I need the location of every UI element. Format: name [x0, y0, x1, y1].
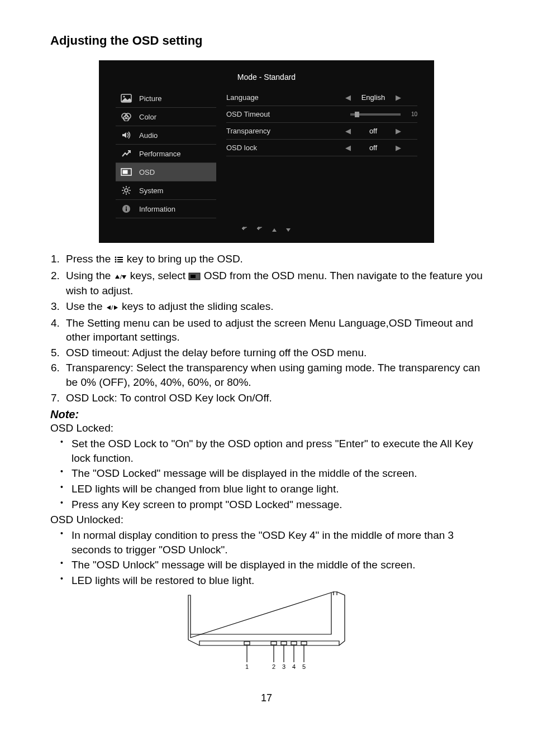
list-item: LED lights will be restored to blue ligh…	[63, 573, 483, 588]
osd-row-timeout[interactable]: OSD Timeout 10	[226, 106, 417, 123]
svg-text:/: /	[111, 304, 113, 311]
svg-rect-27	[191, 275, 196, 278]
sidebar-item-system[interactable]: System	[116, 181, 216, 200]
timeout-slider[interactable]	[350, 113, 401, 116]
svg-rect-6	[123, 170, 127, 174]
step-7: OSD Lock: To control OSD Key lock On/Off…	[63, 391, 483, 405]
osd-sidebar: Picture Color Audio Perfor	[116, 89, 216, 218]
enter-icon	[256, 226, 264, 233]
slider-knob[interactable]	[355, 112, 359, 117]
osd-setting-value: English	[354, 93, 393, 102]
svg-point-19	[115, 257, 116, 259]
left-arrow-icon[interactable]: ◀	[342, 127, 354, 135]
svg-rect-33	[301, 642, 307, 645]
list-item: The "OSD Unlock" message will be display…	[63, 558, 483, 572]
page-number: 17	[50, 692, 483, 704]
step-4: The Setting menu can be used to adjust t…	[63, 316, 483, 344]
step-5: OSD timeout: Adjust the delay before tur…	[63, 346, 483, 360]
osd-locked-heading: OSD Locked:	[50, 421, 483, 436]
list-item: Press any Key screen to prompt "OSD Lock…	[63, 497, 483, 512]
osd-setting-label: Transparency	[226, 127, 316, 135]
color-icon	[119, 112, 134, 122]
note-heading: Note:	[50, 408, 483, 421]
performance-icon	[119, 149, 134, 159]
osd-unlocked-list: In normal display condition to press the…	[63, 528, 483, 588]
svg-rect-18	[126, 207, 127, 208]
svg-point-1	[123, 96, 125, 98]
button-label: 5	[302, 663, 306, 670]
button-label: 2	[272, 663, 275, 670]
svg-line-12	[123, 187, 124, 188]
down-icon	[285, 227, 292, 233]
sidebar-item-information[interactable]: Information	[116, 200, 216, 218]
sidebar-label: Picture	[139, 94, 161, 103]
osd-title: Mode - Standard	[99, 60, 434, 89]
audio-icon	[119, 130, 134, 140]
sidebar-item-color[interactable]: Color	[116, 108, 216, 126]
osd-row-transparency[interactable]: Transparency ◀ off ▶	[226, 123, 417, 140]
osd-setting-label: OSD Timeout	[226, 110, 316, 118]
osd-right-value: 10	[404, 111, 417, 117]
svg-rect-32	[291, 642, 297, 645]
sidebar-item-performance[interactable]: Performance	[116, 145, 216, 163]
list-item: In normal display condition to press the…	[63, 528, 483, 557]
left-arrow-icon[interactable]: ◀	[342, 143, 354, 152]
sidebar-item-audio[interactable]: Audio	[116, 126, 216, 145]
page-heading: Adjusting the OSD setting	[50, 34, 483, 48]
information-icon	[119, 204, 134, 214]
svg-point-23	[115, 261, 116, 263]
svg-line-13	[129, 193, 130, 194]
right-arrow-icon[interactable]: ▶	[393, 93, 404, 102]
button-label: 4	[292, 663, 296, 670]
sidebar-label: Performance	[139, 150, 180, 158]
step-2: Using the / keys, select OSD from the OS…	[63, 269, 483, 298]
step-3: Use the / keys to adjust the sliding sca…	[63, 299, 483, 315]
system-icon	[119, 185, 134, 195]
list-item: Set the OSD Lock to "On" by the OSD opti…	[63, 437, 483, 465]
sidebar-label: Audio	[139, 131, 158, 140]
right-arrow-icon[interactable]: ▶	[393, 127, 404, 135]
osd-setting-label: OSD lock	[226, 143, 316, 152]
osd-locked-list: Set the OSD Lock to "On" by the OSD opti…	[63, 437, 483, 511]
up-icon	[271, 227, 278, 233]
left-right-keys-icon: /	[106, 300, 119, 315]
back-icon	[241, 226, 249, 233]
svg-line-15	[129, 187, 130, 188]
osd-setting-label: Language	[226, 93, 316, 102]
osd-setting-value: off	[354, 143, 393, 152]
svg-point-7	[125, 189, 128, 192]
osd-setting-value: off	[354, 127, 393, 135]
sidebar-label: Information	[139, 205, 175, 213]
osd-select-icon	[188, 270, 201, 284]
osd-unlocked-heading: OSD Unlocked:	[50, 513, 483, 527]
sidebar-item-picture[interactable]: Picture	[116, 89, 216, 108]
list-item: The "OSD Locked" message will be display…	[63, 466, 483, 481]
osd-icon	[119, 167, 134, 177]
osd-row-language[interactable]: Language ◀ English ▶	[226, 89, 417, 106]
osd-settings: Language ◀ English ▶ OSD Timeout 10 Tran…	[216, 89, 417, 218]
button-label: 3	[282, 663, 285, 670]
svg-rect-30	[271, 642, 277, 645]
svg-text:/: /	[120, 274, 122, 280]
svg-line-14	[123, 193, 124, 194]
osd-panel: Mode - Standard Picture Color	[99, 60, 434, 243]
osd-row-osdlock[interactable]: OSD lock ◀ off ▶	[226, 140, 417, 156]
svg-rect-31	[281, 642, 287, 645]
list-item: LED lights will be changed from blue lig…	[63, 482, 483, 496]
monitor-diagram: 1 2 3 4 5	[50, 590, 483, 681]
step-1: Press the key to bring up the OSD.	[63, 252, 483, 267]
svg-rect-29	[244, 642, 250, 645]
sidebar-label: System	[139, 186, 163, 195]
instruction-steps: Press the key to bring up the OSD. Using…	[63, 252, 483, 405]
sidebar-label: Color	[139, 113, 156, 121]
left-arrow-icon[interactable]: ◀	[342, 93, 354, 102]
button-label: 1	[245, 663, 249, 670]
sidebar-item-osd[interactable]: OSD	[116, 163, 216, 181]
up-down-keys-icon: /	[114, 270, 127, 284]
right-arrow-icon[interactable]: ▶	[393, 143, 404, 152]
step-6: Transparency: Select the transparency wh…	[63, 361, 483, 389]
svg-point-21	[115, 259, 116, 261]
osd-footer-nav	[99, 218, 434, 243]
picture-icon	[119, 93, 134, 103]
sidebar-label: OSD	[139, 168, 155, 176]
